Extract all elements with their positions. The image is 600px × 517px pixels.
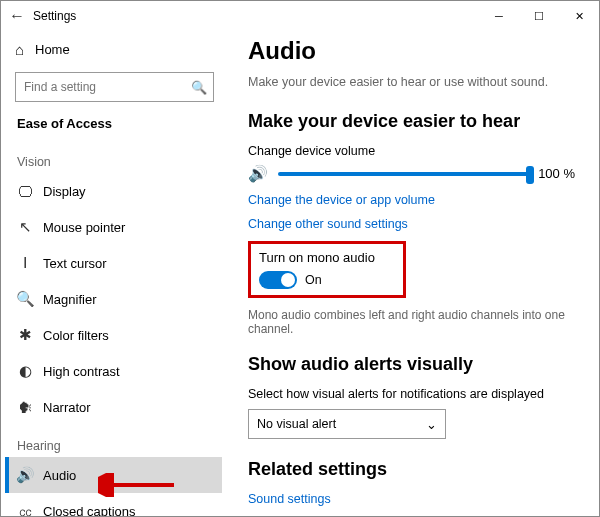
settings-window: ← Settings ─ ☐ ✕ ⌂ Home 🔍 Ease of Access… [0,0,600,517]
visual-alert-selected: No visual alert [257,417,336,431]
visual-alert-label: Select how visual alerts for notificatio… [248,387,575,401]
home-label: Home [35,42,70,57]
mono-audio-title: Turn on mono audio [259,250,395,265]
sidebar: ⌂ Home 🔍 Ease of Access Vision 🖵 Display… [1,31,226,516]
home-button[interactable]: ⌂ Home [5,33,222,66]
mono-audio-note: Mono audio combines left and right audio… [248,308,575,336]
chevron-down-icon: ⌄ [426,417,437,432]
content: Audio Make your device easier to hear or… [226,31,599,516]
sidebar-item-mouse-pointer[interactable]: ↖ Mouse pointer [5,209,222,245]
narrator-icon: 🗣 [15,399,35,416]
visual-alert-dropdown[interactable]: No visual alert ⌄ [248,409,446,439]
volume-slider-thumb[interactable] [526,166,534,184]
page-title: Audio [248,37,575,65]
magnifier-icon: 🔍 [15,290,35,308]
volume-slider-row: 🔊 100 % [248,164,575,183]
visual-section-title: Show audio alerts visually [248,354,575,375]
window-title: Settings [33,9,76,23]
minimize-button[interactable]: ─ [479,1,519,31]
maximize-button[interactable]: ☐ [519,1,559,31]
mono-audio-state: On [305,273,322,287]
related-section-title: Related settings [248,459,575,480]
group-vision: Vision [5,141,222,173]
sidebar-item-narrator[interactable]: 🗣 Narrator [5,389,222,425]
search-input[interactable]: 🔍 [15,72,214,102]
search-field[interactable] [22,79,191,95]
link-device-app-volume[interactable]: Change the device or app volume [248,193,575,207]
volume-icon: 🔊 [248,164,268,183]
sidebar-item-high-contrast[interactable]: ◐ High contrast [5,353,222,389]
display-icon: 🖵 [15,183,35,200]
color-filters-icon: ✱ [15,326,35,344]
sidebar-heading: Ease of Access [5,112,222,141]
back-icon[interactable]: ← [9,7,33,25]
sidebar-item-magnifier[interactable]: 🔍 Magnifier [5,281,222,317]
body: ⌂ Home 🔍 Ease of Access Vision 🖵 Display… [1,31,599,516]
home-icon: ⌂ [15,41,35,58]
volume-slider[interactable] [278,172,528,176]
high-contrast-icon: ◐ [15,362,35,380]
sidebar-item-display[interactable]: 🖵 Display [5,173,222,209]
close-button[interactable]: ✕ [559,1,599,31]
hear-section-title: Make your device easier to hear [248,111,575,132]
group-hearing: Hearing [5,425,222,457]
volume-label: Change device volume [248,144,575,158]
sidebar-item-text-cursor[interactable]: Ⅰ Text cursor [5,245,222,281]
volume-value: 100 % [538,166,575,181]
mono-audio-highlight: Turn on mono audio On [248,241,406,298]
toggle-knob [281,273,295,287]
mouse-pointer-icon: ↖ [15,218,35,236]
link-sound-settings[interactable]: Sound settings [248,492,575,506]
mono-audio-toggle[interactable] [259,271,297,289]
search-icon: 🔍 [191,80,207,95]
sidebar-item-color-filters[interactable]: ✱ Color filters [5,317,222,353]
closed-captions-icon: ㏄ [15,502,35,517]
annotation-arrow [98,473,178,497]
audio-icon: 🔊 [15,466,35,484]
window-controls: ─ ☐ ✕ [479,1,599,31]
text-cursor-icon: Ⅰ [15,254,35,272]
page-description: Make your device easier to hear or use w… [248,75,575,89]
titlebar: ← Settings ─ ☐ ✕ [1,1,599,31]
link-other-sound-settings[interactable]: Change other sound settings [248,217,575,231]
